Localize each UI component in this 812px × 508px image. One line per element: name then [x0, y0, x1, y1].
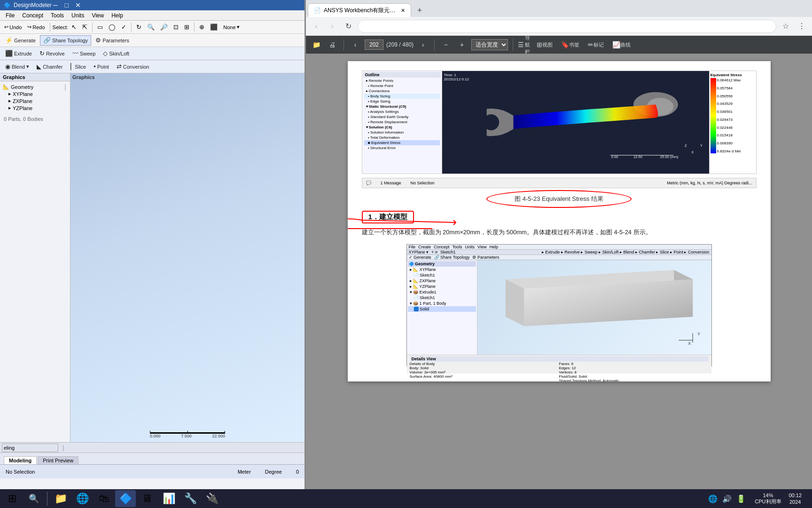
- generate-button[interactable]: ⚡ Generate: [2, 35, 39, 46]
- tree-item-zxplane[interactable]: ▸ ZXPlane: [1, 97, 69, 104]
- dm-details-content: Details of Body Body: Solid Volume: 2e+0…: [410, 362, 709, 381]
- blend-button[interactable]: ◉ Blend ▾: [2, 62, 32, 72]
- pdf-back-button[interactable]: ‹: [349, 38, 362, 51]
- stress-caption-area: 图 4-5-23 Equivalent Stress 结果: [362, 192, 757, 206]
- share-topology-icon: 🔗: [43, 37, 51, 44]
- menu-file[interactable]: File: [2, 11, 18, 20]
- tab-model-view[interactable]: Modeling: [4, 456, 37, 464]
- bookmark-button[interactable]: ☆: [779, 20, 792, 33]
- menu-units[interactable]: Units: [68, 11, 88, 20]
- dm-volume-row: Volume: 2e+005 mm²: [410, 370, 559, 374]
- rotate-button[interactable]: ↻: [134, 22, 144, 32]
- taskbar-ansys[interactable]: 🔷: [115, 490, 136, 507]
- pdf-rotate-button[interactable]: ⊞ 视图: [534, 38, 555, 51]
- tab-close-button[interactable]: ✕: [401, 7, 405, 14]
- chamfer-button[interactable]: ◣ Chamfer: [33, 62, 66, 72]
- zoom-fit-button[interactable]: ⊡: [171, 22, 181, 32]
- parameters-button[interactable]: ⚙ Parameters: [92, 35, 133, 46]
- pdf-annotation-button[interactable]: ✏ 标记: [585, 38, 607, 51]
- selection-mode2-button[interactable]: ⇱: [80, 22, 90, 32]
- start-button[interactable]: ⊞: [2, 490, 23, 507]
- taskbar-app7[interactable]: 📊: [158, 490, 179, 507]
- pdf-print-button[interactable]: 🖨: [326, 38, 339, 51]
- resize-handle[interactable]: │: [64, 84, 67, 90]
- new-tab-button[interactable]: +: [413, 4, 426, 17]
- cpu-info: 14% CPU利用率: [749, 492, 787, 505]
- close-button[interactable]: ✕: [74, 1, 82, 9]
- pdf-nav-button[interactable]: ☰ 导航栏: [518, 38, 531, 51]
- zoom-window-button[interactable]: ⊞: [182, 22, 192, 32]
- pdf-page-input[interactable]: 202: [365, 40, 383, 50]
- pdf-zoom-out-button[interactable]: −: [439, 38, 453, 51]
- pdf-content[interactable]: Outline ▸ Remote Points • Remote Point ▸…: [306, 54, 812, 489]
- show-desktop-button[interactable]: [804, 490, 806, 507]
- taskbar-explorer[interactable]: 📁: [50, 490, 71, 507]
- pdf-curve-button[interactable]: 📈 曲线: [609, 38, 633, 51]
- pdf-open-file-button[interactable]: 📁: [310, 38, 323, 51]
- display-button[interactable]: ⬛: [208, 22, 220, 32]
- back-button[interactable]: ‹: [310, 20, 323, 33]
- tray-network[interactable]: 🌐: [707, 494, 719, 503]
- pdf-zoom-in-button[interactable]: +: [455, 38, 468, 51]
- view-tabs: Modeling Print Preview: [0, 452, 304, 464]
- conversion-button[interactable]: ⇄ Conversion: [113, 62, 153, 72]
- selection-mode-button[interactable]: ↖: [69, 22, 79, 32]
- taskbar-edge[interactable]: 🌐: [72, 490, 93, 507]
- view-check-button[interactable]: ✓: [119, 22, 129, 32]
- extrude-button[interactable]: ⬛ Extrude: [2, 48, 35, 59]
- maximize-button[interactable]: □: [63, 1, 70, 9]
- geometry-icon: 📐: [3, 84, 9, 90]
- dm-body-row: Body: Solid: [410, 366, 559, 370]
- browser-nav: ‹ › ↻ ☆ ⋮: [306, 17, 812, 36]
- skin-loft-button[interactable]: ◇ Skin/Loft: [100, 48, 133, 59]
- none-dropdown[interactable]: None ▾: [221, 22, 242, 32]
- view-box-button[interactable]: ▭: [95, 22, 105, 32]
- reload-button[interactable]: ↻: [342, 20, 355, 33]
- tray-volume[interactable]: 🔊: [721, 494, 733, 503]
- tab-print-preview[interactable]: Print Preview: [38, 456, 78, 464]
- svg-text:X: X: [691, 150, 694, 154]
- tree-item-geometry[interactable]: 📐 Geometry │: [1, 83, 69, 90]
- redo-button[interactable]: ↪ Redo: [25, 22, 47, 32]
- zoom-in-button[interactable]: 🔍: [145, 22, 157, 32]
- menu-help[interactable]: Help: [108, 11, 127, 20]
- share-topology-button[interactable]: 🔗 Share Topology: [40, 35, 91, 46]
- snap-button[interactable]: ⊕: [197, 22, 207, 32]
- zoom-out-button[interactable]: 🔎: [158, 22, 170, 32]
- search-button[interactable]: 🔍: [23, 490, 44, 507]
- tree-structural-error: • Structural Error: [364, 145, 440, 151]
- dm-mini-tb1: XYPlane ▾ + ≡ Sketch1 ▸ Extrude ▸ Revolv…: [407, 250, 711, 255]
- menu-view[interactable]: View: [88, 11, 108, 20]
- tree-item-yzplane[interactable]: ▸ YZPlane: [1, 104, 69, 111]
- extensions-button[interactable]: ⋮: [795, 20, 808, 33]
- taskbar-app6[interactable]: 🖥: [137, 490, 157, 507]
- undo-button[interactable]: ↩ Undo: [2, 22, 24, 32]
- slice-button[interactable]: ⎜ Slice: [67, 62, 89, 72]
- dm-shared-row: Shared Topology Method: Automatic: [559, 379, 709, 381]
- sidebar-header: Graphics: [0, 73, 70, 81]
- taskbar-app9[interactable]: 🔌: [202, 490, 222, 507]
- revolve-button[interactable]: ↻ Revolve: [36, 48, 68, 59]
- tray-battery[interactable]: 🔋: [735, 494, 747, 503]
- point-button[interactable]: • Point: [90, 62, 112, 72]
- coord-input[interactable]: [2, 444, 58, 452]
- coord-resize[interactable]: │: [62, 445, 65, 451]
- taskbar-app8[interactable]: 🔧: [180, 490, 201, 507]
- tree-connections: ▸ Connections: [364, 88, 440, 94]
- pdf-bookmark-button[interactable]: 🔖 书签: [558, 38, 582, 51]
- forward-button[interactable]: ›: [326, 20, 339, 33]
- menu-tools[interactable]: Tools: [47, 11, 68, 20]
- view-circle-button[interactable]: ◯: [106, 22, 118, 32]
- browser-tab-0[interactable]: 📄 ANSYS Workbench有限元分析实例详解_静... ✕: [308, 3, 411, 17]
- minimize-button[interactable]: ─: [52, 1, 59, 9]
- start-icon: ⊞: [8, 492, 16, 505]
- taskbar-store[interactable]: 🛍: [94, 490, 114, 507]
- menu-concept[interactable]: Concept: [18, 11, 47, 20]
- pdf-forward-button[interactable]: ›: [416, 38, 429, 51]
- tree-item-xyplane[interactable]: ▸ XYPlane: [1, 90, 69, 97]
- address-bar[interactable]: [358, 20, 776, 33]
- system-clock[interactable]: 00:12 2024: [789, 492, 802, 506]
- sweep-button[interactable]: 〰 Sweep: [69, 48, 99, 59]
- dm-details-right: Faces: 6 Edges: 12 Vertices: 8 Fluid/Sol…: [559, 362, 709, 381]
- pdf-zoom-select[interactable]: 适合宽度: [471, 39, 508, 50]
